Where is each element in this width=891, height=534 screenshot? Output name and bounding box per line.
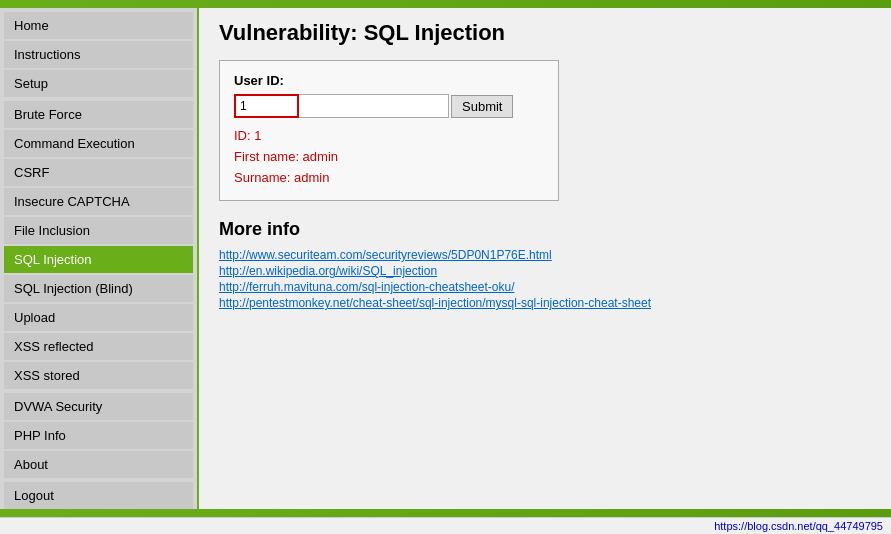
main-layout: HomeInstructionsSetupBrute ForceCommand … xyxy=(0,8,891,509)
info-link[interactable]: http://www.securiteam.com/securityreview… xyxy=(219,248,871,262)
sidebar-item-about[interactable]: About xyxy=(4,451,193,478)
result-text: ID: 1 First name: admin Surname: admin xyxy=(234,126,544,188)
app: HomeInstructionsSetupBrute ForceCommand … xyxy=(0,0,891,534)
result-line1: ID: 1 xyxy=(234,126,544,147)
sidebar-item-csrf[interactable]: CSRF xyxy=(4,159,193,186)
sidebar-item-php-info[interactable]: PHP Info xyxy=(4,422,193,449)
info-link[interactable]: http://en.wikipedia.org/wiki/SQL_injecti… xyxy=(219,264,871,278)
content-area: Vulnerability: SQL Injection User ID: Su… xyxy=(197,8,891,509)
sidebar-item-setup[interactable]: Setup xyxy=(4,70,193,97)
info-link[interactable]: http://pentestmonkey.net/cheat-sheet/sql… xyxy=(219,296,871,310)
sidebar-item-dvwa-security[interactable]: DVWA Security xyxy=(4,393,193,420)
user-id-label: User ID: xyxy=(234,73,544,88)
top-bar xyxy=(0,0,891,8)
sidebar-item-upload[interactable]: Upload xyxy=(4,304,193,331)
sidebar-item-brute-force[interactable]: Brute Force xyxy=(4,101,193,128)
sidebar-item-home[interactable]: Home xyxy=(4,12,193,39)
links-list: http://www.securiteam.com/securityreview… xyxy=(219,248,871,310)
sidebar-item-file-inclusion[interactable]: File Inclusion xyxy=(4,217,193,244)
sidebar-item-command-execution[interactable]: Command Execution xyxy=(4,130,193,157)
submit-button[interactable]: Submit xyxy=(451,95,513,118)
result-line3: Surname: admin xyxy=(234,168,544,189)
sidebar-item-xss-stored[interactable]: XSS stored xyxy=(4,362,193,389)
sidebar: HomeInstructionsSetupBrute ForceCommand … xyxy=(0,8,197,509)
page-title: Vulnerability: SQL Injection xyxy=(219,20,871,46)
sidebar-item-logout[interactable]: Logout xyxy=(4,482,193,509)
input-row: Submit xyxy=(234,94,544,118)
input-spacer xyxy=(299,94,449,118)
more-info-title: More info xyxy=(219,219,871,240)
status-bar: https://blog.csdn.net/qq_44749795 xyxy=(0,517,891,534)
user-id-input[interactable] xyxy=(234,94,299,118)
sidebar-item-sql-injection-blind[interactable]: SQL Injection (Blind) xyxy=(4,275,193,302)
vuln-box: User ID: Submit ID: 1 First name: admin … xyxy=(219,60,559,201)
sidebar-item-insecure-captcha[interactable]: Insecure CAPTCHA xyxy=(4,188,193,215)
status-text: https://blog.csdn.net/qq_44749795 xyxy=(714,520,883,532)
info-link[interactable]: http://ferruh.mavituna.com/sql-injection… xyxy=(219,280,871,294)
sidebar-item-xss-reflected[interactable]: XSS reflected xyxy=(4,333,193,360)
sidebar-item-instructions[interactable]: Instructions xyxy=(4,41,193,68)
bottom-bar xyxy=(0,509,891,517)
sidebar-item-sql-injection[interactable]: SQL Injection xyxy=(4,246,193,273)
result-line2: First name: admin xyxy=(234,147,544,168)
